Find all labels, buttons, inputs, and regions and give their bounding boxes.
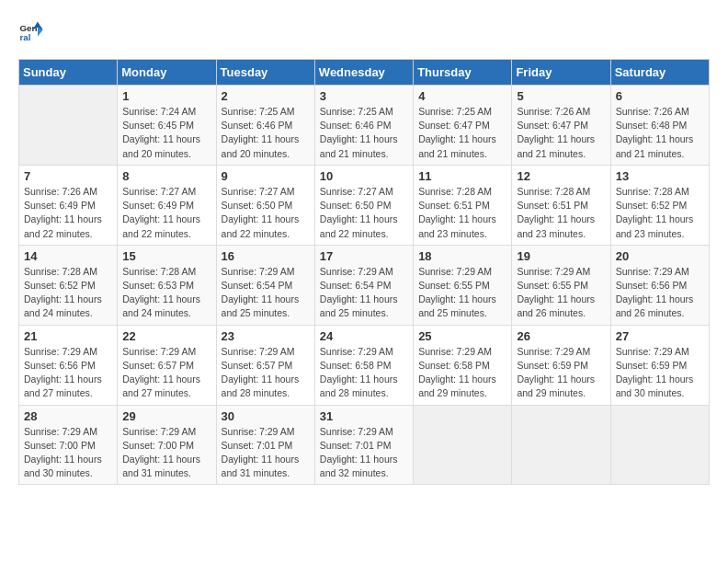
day-number: 21 (24, 329, 112, 343)
table-row: 27Sunrise: 7:29 AMSunset: 6:59 PMDayligh… (610, 325, 709, 405)
day-number: 24 (320, 329, 408, 343)
day-number: 10 (320, 169, 408, 183)
table-row: 4Sunrise: 7:25 AMSunset: 6:47 PMDaylight… (414, 86, 512, 166)
table-row (610, 405, 709, 485)
day-number: 23 (222, 329, 310, 343)
day-info: Sunrise: 7:25 AMSunset: 6:46 PMDaylight:… (222, 105, 310, 161)
day-info: Sunrise: 7:29 AMSunset: 6:58 PMDaylight:… (418, 345, 506, 401)
table-row: 1Sunrise: 7:24 AMSunset: 6:45 PMDaylight… (118, 86, 216, 166)
day-info: Sunrise: 7:29 AMSunset: 6:56 PMDaylight:… (24, 345, 112, 401)
col-thursday: Thursday (414, 60, 512, 86)
day-number: 5 (517, 89, 605, 103)
table-row (19, 86, 118, 166)
logo-icon: Gene ral (18, 18, 44, 44)
table-row: 17Sunrise: 7:29 AMSunset: 6:54 PMDayligh… (314, 245, 413, 325)
day-number: 17 (320, 249, 408, 263)
col-monday: Monday (118, 60, 216, 86)
calendar-week-row: 7Sunrise: 7:26 AMSunset: 6:49 PMDaylight… (19, 165, 710, 245)
day-info: Sunrise: 7:26 AMSunset: 6:47 PMDaylight:… (517, 105, 605, 161)
calendar-table: Sunday Monday Tuesday Wednesday Thursday… (18, 59, 710, 485)
day-number: 3 (320, 89, 408, 103)
day-number: 2 (222, 89, 310, 103)
table-row: 11Sunrise: 7:28 AMSunset: 6:51 PMDayligh… (414, 165, 512, 245)
day-info: Sunrise: 7:28 AMSunset: 6:52 PMDaylight:… (616, 185, 704, 241)
day-info: Sunrise: 7:26 AMSunset: 6:48 PMDaylight:… (616, 105, 704, 161)
day-info: Sunrise: 7:27 AMSunset: 6:50 PMDaylight:… (222, 185, 310, 241)
day-info: Sunrise: 7:29 AMSunset: 6:58 PMDaylight:… (320, 345, 408, 401)
table-row: 14Sunrise: 7:28 AMSunset: 6:52 PMDayligh… (19, 245, 118, 325)
logo: Gene ral (18, 18, 48, 44)
day-info: Sunrise: 7:27 AMSunset: 6:50 PMDaylight:… (320, 185, 408, 241)
day-number: 20 (616, 249, 704, 263)
table-row (414, 405, 512, 485)
day-info: Sunrise: 7:29 AMSunset: 7:00 PMDaylight:… (24, 425, 112, 481)
table-row: 22Sunrise: 7:29 AMSunset: 6:57 PMDayligh… (118, 325, 216, 405)
day-number: 22 (122, 329, 210, 343)
table-row: 23Sunrise: 7:29 AMSunset: 6:57 PMDayligh… (216, 325, 314, 405)
table-row: 18Sunrise: 7:29 AMSunset: 6:55 PMDayligh… (414, 245, 512, 325)
table-row: 15Sunrise: 7:28 AMSunset: 6:53 PMDayligh… (118, 245, 216, 325)
day-info: Sunrise: 7:29 AMSunset: 6:59 PMDaylight:… (517, 345, 605, 401)
day-info: Sunrise: 7:29 AMSunset: 6:55 PMDaylight:… (517, 265, 605, 321)
calendar-week-row: 14Sunrise: 7:28 AMSunset: 6:52 PMDayligh… (19, 245, 710, 325)
day-info: Sunrise: 7:29 AMSunset: 7:00 PMDaylight:… (122, 425, 210, 481)
calendar-body: 1Sunrise: 7:24 AMSunset: 6:45 PMDaylight… (19, 86, 710, 485)
day-info: Sunrise: 7:24 AMSunset: 6:45 PMDaylight:… (122, 105, 210, 161)
table-row: 31Sunrise: 7:29 AMSunset: 7:01 PMDayligh… (314, 405, 413, 485)
table-row: 25Sunrise: 7:29 AMSunset: 6:58 PMDayligh… (414, 325, 512, 405)
day-number: 9 (222, 169, 310, 183)
day-number: 4 (418, 89, 506, 103)
day-info: Sunrise: 7:29 AMSunset: 6:54 PMDaylight:… (320, 265, 408, 321)
day-number: 26 (517, 329, 605, 343)
day-info: Sunrise: 7:28 AMSunset: 6:51 PMDaylight:… (517, 185, 605, 241)
table-row: 12Sunrise: 7:28 AMSunset: 6:51 PMDayligh… (512, 165, 610, 245)
day-info: Sunrise: 7:28 AMSunset: 6:51 PMDaylight:… (418, 185, 506, 241)
table-row: 19Sunrise: 7:29 AMSunset: 6:55 PMDayligh… (512, 245, 610, 325)
day-info: Sunrise: 7:29 AMSunset: 7:01 PMDaylight:… (320, 425, 408, 481)
day-number: 27 (616, 329, 704, 343)
day-info: Sunrise: 7:27 AMSunset: 6:49 PMDaylight:… (122, 185, 210, 241)
day-info: Sunrise: 7:29 AMSunset: 6:57 PMDaylight:… (222, 345, 310, 401)
day-number: 31 (320, 409, 408, 423)
day-number: 12 (517, 169, 605, 183)
day-info: Sunrise: 7:29 AMSunset: 6:54 PMDaylight:… (222, 265, 310, 321)
col-friday: Friday (512, 60, 610, 86)
calendar-week-row: 21Sunrise: 7:29 AMSunset: 6:56 PMDayligh… (19, 325, 710, 405)
table-row: 28Sunrise: 7:29 AMSunset: 7:00 PMDayligh… (19, 405, 118, 485)
table-row: 7Sunrise: 7:26 AMSunset: 6:49 PMDaylight… (19, 165, 118, 245)
table-row: 13Sunrise: 7:28 AMSunset: 6:52 PMDayligh… (610, 165, 709, 245)
col-saturday: Saturday (610, 60, 709, 86)
svg-text:ral: ral (19, 32, 30, 42)
day-info: Sunrise: 7:28 AMSunset: 6:53 PMDaylight:… (122, 265, 210, 321)
day-number: 28 (24, 409, 112, 423)
calendar-header: Sunday Monday Tuesday Wednesday Thursday… (19, 60, 710, 86)
day-info: Sunrise: 7:28 AMSunset: 6:52 PMDaylight:… (24, 265, 112, 321)
day-number: 18 (418, 249, 506, 263)
day-info: Sunrise: 7:25 AMSunset: 6:47 PMDaylight:… (418, 105, 506, 161)
day-number: 8 (122, 169, 210, 183)
calendar-week-row: 28Sunrise: 7:29 AMSunset: 7:00 PMDayligh… (19, 405, 710, 485)
day-number: 15 (122, 249, 210, 263)
day-info: Sunrise: 7:29 AMSunset: 6:56 PMDaylight:… (616, 265, 704, 321)
table-row: 16Sunrise: 7:29 AMSunset: 6:54 PMDayligh… (216, 245, 314, 325)
table-row: 9Sunrise: 7:27 AMSunset: 6:50 PMDaylight… (216, 165, 314, 245)
day-number: 1 (122, 89, 210, 103)
header-row: Sunday Monday Tuesday Wednesday Thursday… (19, 60, 710, 86)
table-row: 8Sunrise: 7:27 AMSunset: 6:49 PMDaylight… (118, 165, 216, 245)
day-info: Sunrise: 7:29 AMSunset: 6:55 PMDaylight:… (418, 265, 506, 321)
table-row: 3Sunrise: 7:25 AMSunset: 6:46 PMDaylight… (314, 86, 413, 166)
day-number: 25 (418, 329, 506, 343)
table-row: 26Sunrise: 7:29 AMSunset: 6:59 PMDayligh… (512, 325, 610, 405)
header: Gene ral (18, 18, 710, 44)
day-number: 14 (24, 249, 112, 263)
table-row: 24Sunrise: 7:29 AMSunset: 6:58 PMDayligh… (314, 325, 413, 405)
day-number: 30 (222, 409, 310, 423)
day-info: Sunrise: 7:29 AMSunset: 6:57 PMDaylight:… (122, 345, 210, 401)
table-row: 20Sunrise: 7:29 AMSunset: 6:56 PMDayligh… (610, 245, 709, 325)
day-info: Sunrise: 7:25 AMSunset: 6:46 PMDaylight:… (320, 105, 408, 161)
day-number: 6 (616, 89, 704, 103)
day-info: Sunrise: 7:29 AMSunset: 7:01 PMDaylight:… (222, 425, 310, 481)
day-number: 19 (517, 249, 605, 263)
day-info: Sunrise: 7:26 AMSunset: 6:49 PMDaylight:… (24, 185, 112, 241)
table-row: 29Sunrise: 7:29 AMSunset: 7:00 PMDayligh… (118, 405, 216, 485)
